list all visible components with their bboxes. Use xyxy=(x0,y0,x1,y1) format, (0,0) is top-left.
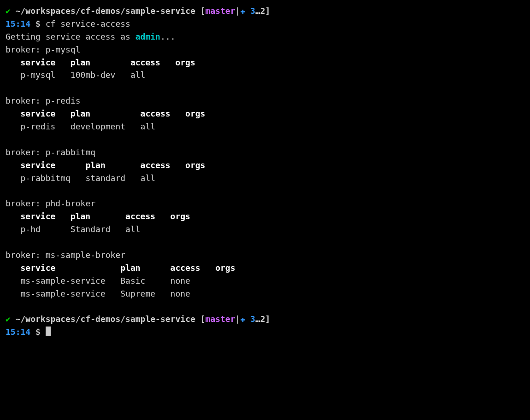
cell-plan: development xyxy=(71,120,141,133)
col-header-plan: plan xyxy=(71,56,130,69)
cell-plan: Standard xyxy=(71,223,125,236)
col-header-service: service xyxy=(21,159,86,172)
prompt-line-1: ✔ ~/workspaces/cf-demos/sample-service [… xyxy=(6,313,524,326)
col-header-service: service xyxy=(21,107,71,120)
broker-name: broker: phd-broker xyxy=(6,198,95,208)
prompt-line-2: 15:14 $ cf service-access xyxy=(6,18,524,30)
bracket-open: [ xyxy=(200,6,206,16)
dots-separator: … xyxy=(255,6,260,16)
broker-heading: broker: ms-sample-broker xyxy=(6,249,524,262)
cell-plan: standard xyxy=(85,172,140,185)
col-header-orgs: orgs xyxy=(175,56,215,69)
bracket-open: [ xyxy=(200,314,206,324)
table-header-row: serviceplanaccessorgs xyxy=(6,56,524,69)
table-header-row: serviceplanaccessorgs xyxy=(6,210,524,223)
git-ahead-count: 3 xyxy=(250,6,255,16)
col-header-orgs: orgs xyxy=(185,159,225,172)
cell-access: all xyxy=(125,223,171,236)
git-branch: master xyxy=(206,314,236,324)
col-header-service: service xyxy=(21,262,121,274)
col-header-orgs: orgs xyxy=(185,107,225,120)
cell-access: all xyxy=(130,69,176,82)
cell-access: all xyxy=(141,120,186,133)
pipe-separator: | xyxy=(236,6,241,16)
plus-icon: ✚ xyxy=(240,6,245,16)
pipe-separator: | xyxy=(236,314,241,324)
cell-service: p-redis xyxy=(21,120,71,133)
prompt-dollar: $ xyxy=(35,327,41,337)
cell-plan: Supreme xyxy=(120,287,170,300)
broker-name: broker: ms-sample-broker xyxy=(6,250,125,260)
prompt-line-1: ✔ ~/workspaces/cf-demos/sample-service [… xyxy=(6,5,524,18)
check-icon: ✔ xyxy=(6,6,11,16)
table-row: p-hdStandardall xyxy=(6,223,524,236)
blank-line xyxy=(6,82,524,94)
cell-service: ms-sample-service xyxy=(21,274,121,287)
cell-service: p-mysql xyxy=(21,69,71,82)
col-header-plan: plan xyxy=(120,262,170,274)
col-header-access: access xyxy=(141,159,186,172)
git-branch: master xyxy=(206,6,236,16)
broker-heading: broker: p-mysql xyxy=(6,43,524,56)
cell-access: all xyxy=(141,172,186,185)
working-directory: ~/workspaces/cf-demos/sample-service xyxy=(16,6,195,16)
table-row: p-rabbitmqstandardall xyxy=(6,172,524,185)
broker-name: broker: p-mysql xyxy=(6,45,81,54)
cell-plan: 100mb-dev xyxy=(71,69,130,82)
prompt-line-2: 15:14 $ xyxy=(6,326,524,338)
cursor-icon[interactable] xyxy=(46,327,51,336)
col-header-orgs: orgs xyxy=(215,262,255,274)
git-ahead-count: 3 xyxy=(250,314,255,324)
command-text: cf service-access xyxy=(46,19,130,29)
col-header-service: service xyxy=(21,210,71,223)
broker-heading: broker: p-redis xyxy=(6,94,524,107)
col-header-access: access xyxy=(130,56,176,69)
bracket-close: ] xyxy=(265,314,271,324)
check-icon: ✔ xyxy=(6,314,11,324)
cell-access: none xyxy=(171,274,216,287)
table-row: p-mysql100mb-devall xyxy=(6,69,524,82)
col-header-service: service xyxy=(21,56,71,69)
col-header-access: access xyxy=(141,107,186,120)
table-header-row: serviceplanaccessorgs xyxy=(6,262,524,274)
cell-service: ms-sample-service xyxy=(21,287,121,300)
git-behind-count: 2 xyxy=(260,314,265,324)
prompt-time: 15:14 xyxy=(6,327,30,337)
prompt-dollar: $ xyxy=(35,19,41,29)
broker-name: broker: p-rabbitmq xyxy=(6,147,95,157)
table-row: ms-sample-serviceBasicnone xyxy=(6,274,524,287)
broker-heading: broker: phd-broker xyxy=(6,197,524,210)
cell-service: p-hd xyxy=(21,223,71,236)
col-header-plan: plan xyxy=(85,159,140,172)
col-header-access: access xyxy=(125,210,171,223)
status-suffix: ... xyxy=(160,32,176,41)
table-row: p-redisdevelopmentall xyxy=(6,120,524,133)
cell-service: p-rabbitmq xyxy=(21,172,86,185)
git-behind-count: 2 xyxy=(260,6,265,16)
col-header-access: access xyxy=(171,262,216,274)
table-row: ms-sample-serviceSupremenone xyxy=(6,287,524,300)
table-header-row: serviceplanaccessorgs xyxy=(6,107,524,120)
col-header-plan: plan xyxy=(71,210,125,223)
status-user: admin xyxy=(135,32,160,41)
status-prefix: Getting service access as xyxy=(6,32,135,41)
bracket-close: ] xyxy=(265,6,271,16)
blank-line xyxy=(6,300,524,313)
terminal-output[interactable]: ✔ ~/workspaces/cf-demos/sample-service [… xyxy=(6,5,524,338)
col-header-orgs: orgs xyxy=(171,210,211,223)
status-line: Getting service access as admin... xyxy=(6,30,524,43)
table-header-row: serviceplanaccessorgs xyxy=(6,159,524,172)
prompt-time: 15:14 xyxy=(6,19,30,29)
broker-name: broker: p-redis xyxy=(6,96,81,105)
blank-line xyxy=(6,236,524,249)
working-directory: ~/workspaces/cf-demos/sample-service xyxy=(16,314,195,324)
dots-separator: … xyxy=(255,314,260,324)
blank-line xyxy=(6,133,524,146)
col-header-plan: plan xyxy=(71,107,141,120)
cell-plan: Basic xyxy=(120,274,170,287)
cell-access: none xyxy=(171,287,216,300)
broker-heading: broker: p-rabbitmq xyxy=(6,146,524,159)
plus-icon: ✚ xyxy=(240,314,245,324)
blank-line xyxy=(6,184,524,197)
